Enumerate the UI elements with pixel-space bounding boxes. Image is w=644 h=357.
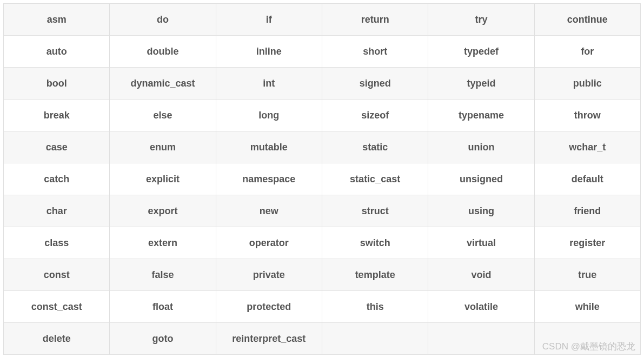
table-row: const false private template void true — [4, 259, 641, 291]
table-cell: true — [534, 259, 640, 291]
table-cell: try — [428, 4, 534, 36]
table-cell: public — [534, 68, 640, 100]
table-cell: const_cast — [4, 291, 110, 323]
table-cell: short — [322, 36, 428, 68]
table-cell: do — [110, 4, 216, 36]
table-cell: unsigned — [428, 163, 534, 195]
table-row: break else long sizeof typename throw — [4, 100, 641, 131]
table-cell: union — [428, 131, 534, 163]
table-cell: goto — [110, 323, 216, 355]
table-row: asm do if return try continue — [4, 4, 641, 36]
table-cell: friend — [534, 195, 640, 227]
table-cell: reinterpret_cast — [216, 323, 322, 355]
table-row: catch explicit namespace static_cast uns… — [4, 163, 641, 195]
table-cell: inline — [216, 36, 322, 68]
table-cell: double — [110, 36, 216, 68]
table-cell: int — [216, 68, 322, 100]
table-cell: typename — [428, 100, 534, 131]
table-cell: void — [428, 259, 534, 291]
table-cell: delete — [4, 323, 110, 355]
table-cell: throw — [534, 100, 640, 131]
table-row: delete goto reinterpret_cast — [4, 323, 641, 355]
table-row: case enum mutable static union wchar_t — [4, 131, 641, 163]
table-cell: dynamic_cast — [110, 68, 216, 100]
table-row: const_cast float protected this volatile… — [4, 291, 641, 323]
table-cell: class — [4, 227, 110, 259]
table-cell: static — [322, 131, 428, 163]
table-cell: else — [110, 100, 216, 131]
table-cell: switch — [322, 227, 428, 259]
table-cell: extern — [110, 227, 216, 259]
table-cell: while — [534, 291, 640, 323]
table-cell: explicit — [110, 163, 216, 195]
table-cell: for — [534, 36, 640, 68]
table-cell: catch — [4, 163, 110, 195]
table-cell: typeid — [428, 68, 534, 100]
table-cell: long — [216, 100, 322, 131]
table-cell: new — [216, 195, 322, 227]
table-cell: float — [110, 291, 216, 323]
table-cell: auto — [4, 36, 110, 68]
table-cell: volatile — [428, 291, 534, 323]
table-cell: typedef — [428, 36, 534, 68]
table-cell: export — [110, 195, 216, 227]
table-cell — [534, 323, 640, 355]
table-row: class extern operator switch virtual reg… — [4, 227, 641, 259]
table-cell: enum — [110, 131, 216, 163]
table-cell: char — [4, 195, 110, 227]
table-cell — [322, 323, 428, 355]
table-row: char export new struct using friend — [4, 195, 641, 227]
table-row: auto double inline short typedef for — [4, 36, 641, 68]
table-cell: break — [4, 100, 110, 131]
table-cell: static_cast — [322, 163, 428, 195]
table-cell: default — [534, 163, 640, 195]
table-cell: sizeof — [322, 100, 428, 131]
table-cell: false — [110, 259, 216, 291]
table-cell: struct — [322, 195, 428, 227]
table-cell: mutable — [216, 131, 322, 163]
table-cell: namespace — [216, 163, 322, 195]
table-cell: return — [322, 4, 428, 36]
table-cell: register — [534, 227, 640, 259]
table-cell: continue — [534, 4, 640, 36]
table-cell: operator — [216, 227, 322, 259]
table-cell — [428, 323, 534, 355]
table-cell: using — [428, 195, 534, 227]
table-cell: asm — [4, 4, 110, 36]
table-cell: virtual — [428, 227, 534, 259]
table-cell: const — [4, 259, 110, 291]
table-cell: case — [4, 131, 110, 163]
keywords-table: asm do if return try continue auto doubl… — [3, 3, 641, 355]
table-cell: signed — [322, 68, 428, 100]
table-cell: private — [216, 259, 322, 291]
table-cell: protected — [216, 291, 322, 323]
table-cell: this — [322, 291, 428, 323]
table-cell: bool — [4, 68, 110, 100]
table-cell: wchar_t — [534, 131, 640, 163]
table-row: bool dynamic_cast int signed typeid publ… — [4, 68, 641, 100]
table-cell: template — [322, 259, 428, 291]
table-cell: if — [216, 4, 322, 36]
